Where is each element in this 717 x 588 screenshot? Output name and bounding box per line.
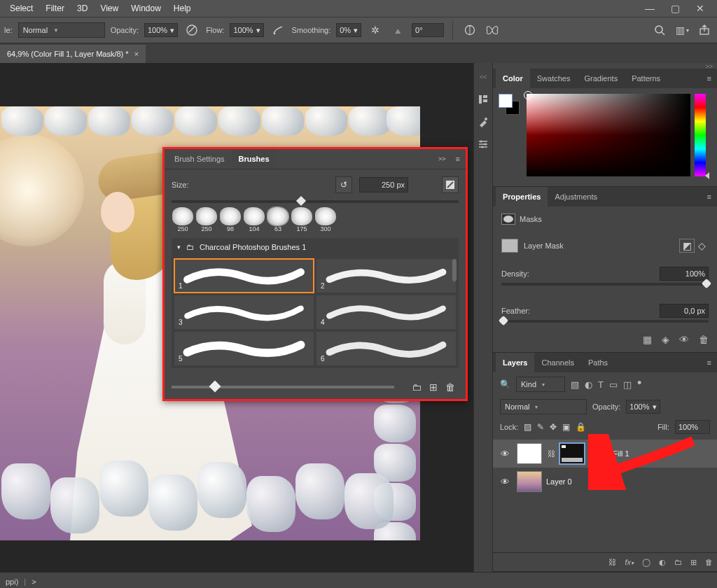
- invert-mask-icon[interactable]: ◈: [662, 334, 669, 345]
- brush-tip[interactable]: 98: [219, 207, 242, 232]
- filter-pixel-icon[interactable]: ▧: [571, 379, 579, 390]
- document-tab[interactable]: 64,9% (Color Fill 1, Layer Mask/8) * ×: [0, 45, 146, 63]
- brush-item[interactable]: 2: [316, 259, 456, 293]
- fg-bg-swatch[interactable]: [499, 94, 520, 181]
- trash-icon[interactable]: 🗑: [705, 558, 713, 566]
- panel-menu-icon[interactable]: ≡: [702, 358, 717, 367]
- lock-all-icon[interactable]: 🔒: [576, 422, 586, 432]
- filter-shape-icon[interactable]: ▭: [609, 379, 618, 390]
- tab-swatches[interactable]: Swatches: [530, 69, 578, 88]
- filter-type-icon[interactable]: T: [598, 379, 604, 390]
- open-folder-icon[interactable]: 🗀: [408, 379, 425, 396]
- density-slider[interactable]: [501, 283, 709, 286]
- pressure-opacity-icon[interactable]: [183, 22, 200, 38]
- trash-icon[interactable]: 🗑: [442, 379, 459, 396]
- menu-view[interactable]: View: [95, 1, 124, 15]
- tab-gradients[interactable]: Gradients: [577, 69, 625, 88]
- panel-menu-icon[interactable]: ≡: [702, 74, 717, 83]
- brush-item[interactable]: 6: [316, 332, 456, 365]
- brush-size-value[interactable]: 250 px: [359, 177, 408, 192]
- brushes-panel[interactable]: Brush Settings Brushes >> ≡ Size: ↺ 250 …: [162, 147, 468, 401]
- brush-size-slider[interactable]: [172, 200, 459, 203]
- feather-slider[interactable]: [501, 320, 709, 323]
- symmetry-icon[interactable]: [461, 22, 478, 38]
- brush-tip[interactable]: 250: [172, 207, 194, 232]
- brush-preview-slider[interactable]: [172, 386, 394, 388]
- airbrush-icon[interactable]: [270, 22, 286, 38]
- pixel-mask-icon[interactable]: ◩: [679, 239, 695, 253]
- hue-slider[interactable]: [695, 94, 706, 176]
- collapse-icon[interactable]: >>: [434, 155, 450, 162]
- filter-adjust-icon[interactable]: ◐: [585, 379, 592, 390]
- history-panel-icon[interactable]: [476, 92, 490, 106]
- brush-item[interactable]: 4: [316, 295, 456, 329]
- feather-value[interactable]: 0,0 px: [660, 304, 709, 318]
- tab-brush-settings[interactable]: Brush Settings: [167, 149, 232, 169]
- layer-name[interactable]: Layer 0: [546, 477, 572, 486]
- brush-tip[interactable]: 300: [314, 207, 337, 232]
- tab-adjustments[interactable]: Adjustments: [548, 187, 604, 206]
- brush-folder-header[interactable]: ▾ 🗀 Charcoal Photoshop Brushes 1: [172, 238, 459, 256]
- link-layers-icon[interactable]: ⛓: [608, 558, 616, 566]
- tab-color[interactable]: Color: [496, 69, 530, 88]
- lock-artboard-icon[interactable]: ▣: [562, 422, 570, 432]
- smoothing-value[interactable]: 0%▾: [336, 23, 361, 37]
- brush-tip[interactable]: 175: [291, 207, 313, 232]
- blend-mode-dropdown[interactable]: Normal▼: [18, 22, 105, 38]
- canvas-area[interactable]: Brush Settings Brushes >> ≡ Size: ↺ 250 …: [0, 63, 473, 572]
- layermask-thumb[interactable]: [501, 239, 518, 253]
- select-mask-icon[interactable]: ▦: [643, 334, 652, 345]
- panel-menu-icon[interactable]: ≡: [702, 192, 717, 201]
- tab-brushes[interactable]: Brushes: [232, 149, 277, 169]
- flip-brush-icon[interactable]: ↺: [335, 176, 352, 193]
- brush-tip[interactable]: 250: [195, 207, 218, 232]
- tab-paths[interactable]: Paths: [581, 353, 615, 372]
- search-icon[interactable]: [651, 22, 668, 38]
- visibility-toggle[interactable]: 👁: [499, 477, 511, 487]
- vector-mask-icon[interactable]: ◇: [695, 237, 709, 254]
- close-tab-icon[interactable]: ×: [134, 50, 139, 58]
- brush-item[interactable]: 5: [174, 332, 314, 365]
- filter-smart-icon[interactable]: ◫: [623, 379, 632, 390]
- menu-3d[interactable]: 3D: [71, 1, 93, 15]
- layer-blend-dropdown[interactable]: Normal▾: [500, 399, 587, 414]
- layer-mask-thumb[interactable]: [559, 442, 585, 465]
- menu-window[interactable]: Window: [125, 1, 167, 15]
- new-adjustment-icon[interactable]: ◐: [659, 558, 666, 567]
- layer-name[interactable]: Color Fill 1: [592, 449, 629, 458]
- add-mask-icon[interactable]: ◯: [642, 558, 650, 567]
- close-button[interactable]: ✕: [688, 1, 713, 16]
- layer-thumb[interactable]: [517, 443, 542, 464]
- minimize-button[interactable]: —: [637, 1, 662, 16]
- brush-scrollbar[interactable]: [452, 256, 457, 368]
- butterfly-icon[interactable]: [484, 22, 501, 38]
- fx-icon[interactable]: fx▾: [625, 558, 634, 566]
- maximize-button[interactable]: ▢: [662, 1, 688, 16]
- layer-opacity-value[interactable]: 100%▾: [626, 400, 660, 414]
- toggle-visibility-icon[interactable]: 👁: [679, 334, 689, 345]
- lock-brush-icon[interactable]: ✎: [537, 422, 544, 432]
- link-icon[interactable]: ⛓: [546, 449, 556, 458]
- filter-kind-dropdown[interactable]: Kind▾: [516, 377, 565, 392]
- lock-transparent-icon[interactable]: ▨: [524, 422, 531, 432]
- brush-item[interactable]: 1: [174, 259, 314, 293]
- smoothing-settings-icon[interactable]: ✲: [367, 22, 384, 38]
- opacity-value[interactable]: 100%▾: [144, 23, 178, 37]
- filter-toggle-icon[interactable]: •: [637, 376, 641, 391]
- tab-patterns[interactable]: Patterns: [625, 69, 667, 88]
- brush-tip[interactable]: 104: [243, 207, 265, 232]
- status-chevron[interactable]: >: [32, 578, 36, 586]
- new-brush-icon[interactable]: ⊞: [425, 379, 442, 396]
- trash-icon[interactable]: 🗑: [699, 334, 709, 345]
- color-field[interactable]: [527, 94, 690, 176]
- tab-channels[interactable]: Channels: [534, 353, 580, 372]
- brush-tip[interactable]: 63: [267, 207, 289, 232]
- workspace-icon[interactable]: ▥▾: [674, 22, 690, 38]
- tab-layers[interactable]: Layers: [496, 353, 534, 372]
- layer-row[interactable]: 👁 Layer 0: [493, 468, 717, 496]
- brush-preview-toggle[interactable]: [442, 176, 459, 193]
- brush-item[interactable]: 3: [174, 295, 314, 329]
- menu-select[interactable]: Select: [4, 1, 39, 15]
- expand-right-icon[interactable]: >>: [705, 63, 717, 69]
- flow-value[interactable]: 100%▾: [230, 23, 263, 37]
